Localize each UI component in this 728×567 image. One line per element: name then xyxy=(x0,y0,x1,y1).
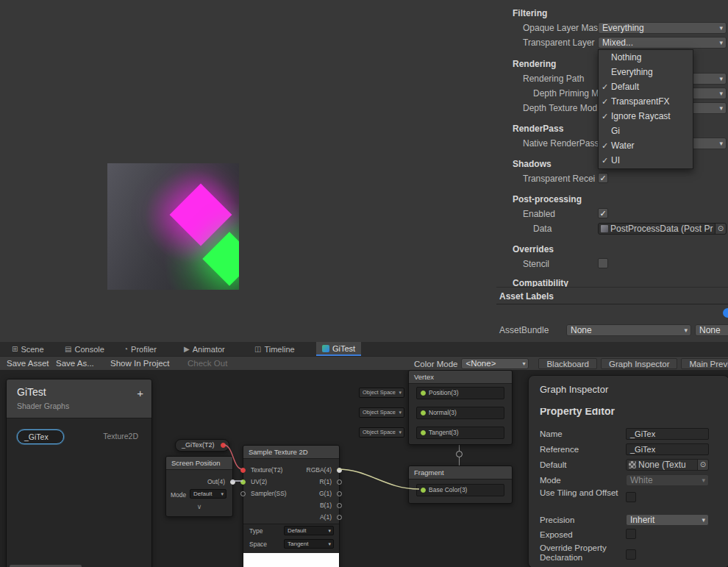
use-tiling-offset-checkbox[interactable] xyxy=(626,492,636,502)
port-dot-texture-out[interactable] xyxy=(221,443,226,448)
wire-rgba[interactable] xyxy=(338,469,419,489)
material-preview xyxy=(107,163,239,290)
object-picker-icon[interactable]: ⊙ xyxy=(697,460,708,470)
transparent-receive-shadows-checkbox[interactable]: ✓ xyxy=(598,173,608,183)
postprocess-data-object-field[interactable]: PostProcessData (Post Pr ⊙ xyxy=(598,223,727,235)
vertex-port-tangent[interactable]: Tangent(3) xyxy=(416,427,504,439)
port-dot-g[interactable] xyxy=(337,491,342,496)
opaque-layer-mask-dropdown[interactable]: Everything ▾ xyxy=(598,22,727,34)
checkmark-icon: ✓ xyxy=(599,82,611,92)
graph-inspector-toggle-button[interactable]: Graph Inspector xyxy=(601,358,677,369)
scene-icon: ⊞ xyxy=(12,346,18,353)
type-label: Type xyxy=(249,527,263,536)
checkmark-icon: ✓ xyxy=(599,156,611,165)
object-space-dropdown[interactable]: Object Space ▾ xyxy=(359,388,404,398)
asset-labels-section: Asset Labels AssetBundle None ▾ None ▾ xyxy=(496,287,728,343)
port-label: B(1) xyxy=(320,502,332,509)
layer-option-label: Gi xyxy=(611,126,620,136)
transparent-layer-mask-dropdown[interactable]: Mixed... ▾ xyxy=(598,37,727,49)
layer-option-nothing[interactable]: Nothing xyxy=(599,50,693,65)
collapse-chevron-icon[interactable]: ∨ xyxy=(166,502,232,511)
type-value: Default xyxy=(288,527,306,534)
tab-animator[interactable]: ▶ Animator xyxy=(178,342,231,356)
object-picker-icon[interactable]: ⊙ xyxy=(715,224,726,234)
unity-editor-window: Filtering Opaque Layer Mas Everything ▾ … xyxy=(0,0,728,567)
tab-label: Animator xyxy=(193,345,225,354)
stencil-checkbox[interactable] xyxy=(598,258,608,268)
precision-dropdown[interactable]: Inherit ▾ xyxy=(626,514,709,526)
save-as-button[interactable]: Save As... xyxy=(49,357,101,370)
type-dropdown[interactable]: Default ▾ xyxy=(284,526,334,535)
port-dot-rgba[interactable] xyxy=(337,468,342,473)
postprocessing-enabled-checkbox[interactable]: ✓ xyxy=(598,208,608,218)
object-space-dropdown[interactable]: Object Space ▾ xyxy=(359,407,404,418)
save-asset-button[interactable]: Save Asset xyxy=(0,357,56,370)
port-r: R(1) xyxy=(243,477,339,488)
port-dot-b[interactable] xyxy=(337,503,342,508)
default-texture-object-field[interactable]: None (Textu ⊙ xyxy=(626,459,709,471)
check-out-button[interactable]: Check Out xyxy=(181,357,234,370)
vertex-fragment-connector-node[interactable] xyxy=(456,451,463,457)
tab-console[interactable]: ▤ Console xyxy=(59,342,110,356)
sample-texture-2d-node[interactable]: Sample Texture 2D Texture(T2) UV(2) Samp… xyxy=(243,445,340,567)
reference-field[interactable]: _GiTex xyxy=(626,443,709,455)
asset-label-blue-dot[interactable] xyxy=(723,308,728,318)
port-dot-out4[interactable] xyxy=(230,479,235,485)
assetbundle-dropdown[interactable]: None ▾ xyxy=(566,324,691,336)
default-label: Default xyxy=(540,460,566,470)
layer-option-default[interactable]: ✓Default xyxy=(599,79,693,94)
port-dot-a[interactable] xyxy=(337,515,342,520)
vertex-port-normal[interactable]: Normal(3) xyxy=(416,407,504,419)
port-dot-r[interactable] xyxy=(337,479,342,485)
exposed-checkbox[interactable] xyxy=(626,529,636,539)
space-dropdown[interactable]: Tangent ▾ xyxy=(284,539,334,549)
chevron-down-icon: ▾ xyxy=(719,24,723,32)
vertex-port-position[interactable]: Position(3) xyxy=(416,387,504,399)
assetbundle-value: None xyxy=(571,325,592,335)
tab-label: Timeline xyxy=(264,345,294,354)
blackboard-property-gitex[interactable]: _GiTex xyxy=(17,429,64,444)
precision-label: Precision xyxy=(540,516,574,525)
opaque-layer-mask-label: Opaque Layer Mas xyxy=(523,24,598,33)
tab-label: Profiler xyxy=(131,345,157,354)
rendering-path-label: Rendering Path xyxy=(523,74,584,84)
sample-texture-node-title: Sample Texture 2D xyxy=(243,446,339,459)
fragment-block[interactable]: Fragment Base Color(3) xyxy=(408,466,513,504)
layer-option-label: Nothing xyxy=(611,52,641,63)
assetbundle-variant-value: None xyxy=(699,325,721,335)
override-property-declaration-checkbox[interactable] xyxy=(626,549,636,560)
layer-option-label: Default xyxy=(611,82,639,92)
show-in-project-button[interactable]: Show In Project xyxy=(104,357,176,370)
blackboard-header[interactable] xyxy=(7,379,151,418)
layer-mask-dropdown-popup: Nothing Everything ✓Default ✓Transparent… xyxy=(598,49,693,169)
tab-scene[interactable]: ⊞ Scene xyxy=(6,342,50,356)
screen-position-mode-dropdown[interactable]: Default ▾ xyxy=(190,489,226,499)
main-preview-toggle-button[interactable]: Main Preview xyxy=(681,358,728,369)
name-field[interactable]: _GiTex xyxy=(626,428,709,440)
tab-timeline[interactable]: ◫ Timeline xyxy=(249,342,301,356)
vertex-block[interactable]: Vertex Object Space ▾ Position(3) Object… xyxy=(408,370,513,445)
object-space-dropdown[interactable]: Object Space ▾ xyxy=(359,427,404,438)
tab-gitest[interactable]: GiTest xyxy=(316,342,361,356)
shader-graph-canvas[interactable]: _GiTex(T2) Screen Position Out(4) Mode D… xyxy=(0,370,728,567)
add-property-button[interactable]: + xyxy=(137,387,143,399)
tab-profiler[interactable]: ◔ Profiler xyxy=(118,342,163,356)
layer-option-water[interactable]: ✓Water xyxy=(599,138,693,153)
assetbundle-variant-dropdown[interactable]: None ▾ xyxy=(695,324,728,336)
layer-option-ignore-raycast[interactable]: ✓Ignore Raycast xyxy=(599,109,693,124)
vertex-row-normal: Object Space ▾ Normal(3) xyxy=(409,407,512,419)
screen-position-node[interactable]: Screen Position Out(4) Mode Default ▾ ∨ xyxy=(165,456,233,517)
blackboard-toggle-button[interactable]: Blackboard xyxy=(538,358,597,369)
gitex-property-node[interactable]: _GiTex(T2) xyxy=(175,439,229,452)
graph-inspector-title: Graph Inspector xyxy=(540,384,608,395)
port-label: Tangent(3) xyxy=(429,429,459,436)
fragment-port-base-color[interactable]: Base Color(3) xyxy=(416,484,504,496)
postprocessing-enabled-label: Enabled xyxy=(523,210,555,219)
color-mode-dropdown[interactable]: <None> ▾ xyxy=(461,358,529,369)
layer-option-transparentfx[interactable]: ✓TransparentFX xyxy=(599,94,693,109)
layer-option-everything[interactable]: Everything xyxy=(599,65,693,79)
filtering-section-header: Filtering xyxy=(513,9,547,18)
layer-option-gi[interactable]: Gi xyxy=(599,124,693,138)
layer-option-ui[interactable]: ✓UI xyxy=(599,153,693,168)
chevron-down-icon: ▾ xyxy=(399,429,402,435)
